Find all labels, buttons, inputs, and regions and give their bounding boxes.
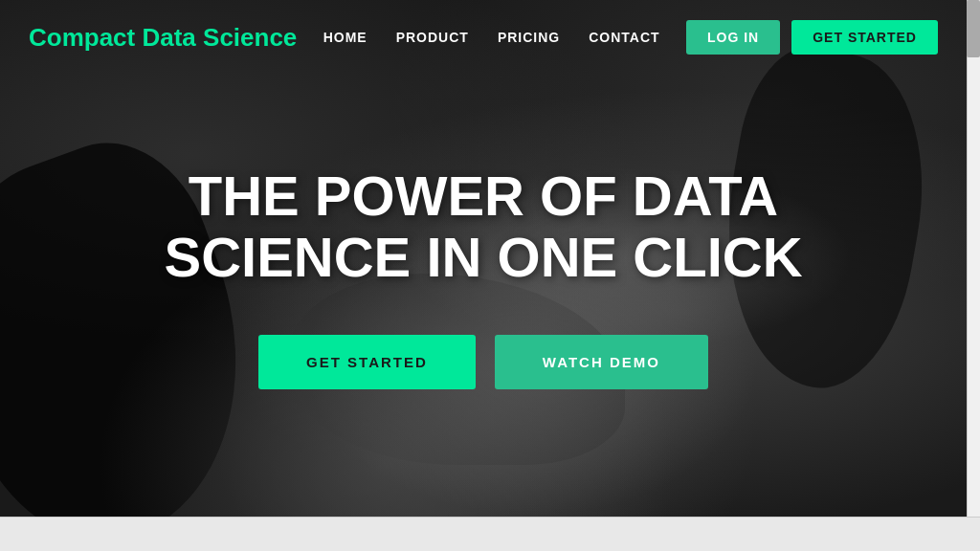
hero-get-started-button[interactable]: GET STARTED [258, 335, 476, 389]
hero-title: THE POWER OF DATA SCIENCE IN ONE CLICK [164, 165, 802, 288]
nav-home[interactable]: HOME [323, 30, 368, 45]
nav-pricing[interactable]: PRICING [498, 30, 560, 45]
nav-links: HOME PRODUCT PRICING CONTACT [323, 30, 660, 45]
hero-title-line1: THE POWER OF DATA [189, 165, 778, 227]
nav-product[interactable]: PRODUCT [396, 30, 469, 45]
nav-actions: LOG IN GET STARTED [686, 20, 938, 55]
hero-buttons: GET STARTED WATCH DEMO [258, 335, 708, 389]
hero-title-line2: SCIENCE IN ONE CLICK [164, 226, 802, 288]
page-wrapper: Compact Data Science HOME PRODUCT PRICIN… [0, 0, 980, 551]
get-started-nav-button[interactable]: GET STARTED [791, 20, 938, 55]
hero-watch-demo-button[interactable]: WATCH DEMO [495, 335, 708, 389]
hero-content: THE POWER OF DATA SCIENCE IN ONE CLICK G… [0, 0, 967, 517]
scrollbar[interactable] [967, 0, 980, 517]
nav-contact[interactable]: CONTACT [589, 30, 659, 45]
scrollbar-thumb[interactable] [967, 0, 980, 57]
bottom-bar [0, 517, 980, 551]
navbar: Compact Data Science HOME PRODUCT PRICIN… [0, 0, 967, 75]
login-button[interactable]: LOG IN [686, 20, 780, 55]
brand-logo[interactable]: Compact Data Science [29, 23, 297, 53]
